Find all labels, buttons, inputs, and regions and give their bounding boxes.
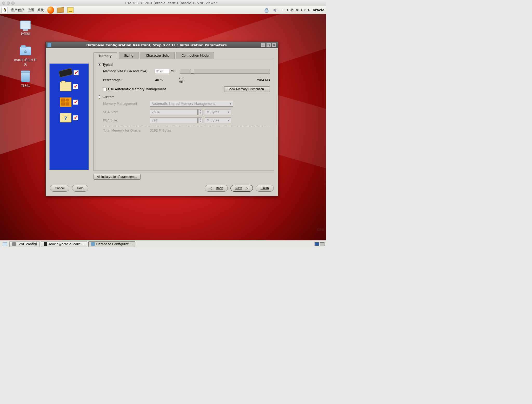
pga-size-label: PGA Size: (103, 119, 150, 122)
memory-management-select: Automatic Shared Memory Management (150, 101, 233, 107)
package-icon[interactable] (57, 7, 64, 14)
dbca-dialog: Database Configuration Assistant, Step 9… (45, 42, 278, 196)
memory-management-label: Memory Management (103, 102, 150, 106)
tab-bar: Memory Sizing Character Sets Connection … (94, 52, 274, 59)
trash-label: 回收站 (15, 84, 36, 88)
chevron-left-icon: ◁ (210, 186, 212, 190)
finish-button[interactable]: Finish (256, 185, 274, 192)
redhat-logo-icon[interactable]: 🐧 (2, 7, 8, 13)
pga-unit-select: M Bytes (205, 118, 231, 123)
taskbar-vnc-config[interactable]: [VNC config] (9, 241, 40, 247)
system-menu[interactable]: 系统 (37, 8, 44, 12)
volume-icon[interactable] (272, 7, 279, 14)
chip-icon (59, 69, 72, 77)
files-icon (60, 82, 71, 91)
pga-spinner: ▲▼ (198, 118, 202, 123)
wizard-side-image (49, 63, 89, 170)
shapes-icon (60, 97, 71, 107)
auto-memory-label: Use Automatic Memory Management (108, 87, 214, 91)
custom-label: Custom (103, 95, 115, 99)
check-icon (74, 70, 79, 75)
firefox-icon[interactable] (47, 7, 54, 14)
clock[interactable]: 二 10月 30 10:16 (282, 8, 310, 12)
custom-radio[interactable] (98, 95, 101, 99)
memory-slider[interactable] (180, 69, 270, 74)
percentage-value: 40 % (155, 78, 170, 82)
notepad-icon[interactable] (67, 7, 74, 14)
question-folder-icon (60, 113, 71, 122)
dialog-title: Database Configuration Assistant, Step 9… (53, 43, 260, 47)
memory-size-label: Memory Size (SGA and PGA): (103, 69, 155, 73)
svg-point-0 (265, 9, 268, 13)
places-menu[interactable]: 位置 (28, 8, 34, 12)
window-icon (12, 242, 16, 246)
taskbar-terminal[interactable]: oracle@oracle-learn:... (41, 241, 87, 247)
sga-size-label: SGA Size: (103, 110, 150, 114)
auto-memory-checkbox[interactable] (103, 88, 107, 91)
slider-max-label: 7984 MB (256, 78, 270, 82)
home-folder-desktop-icon[interactable]: ⌂ oracle 的主文件夹 (12, 45, 38, 67)
mac-close-icon[interactable] (2, 2, 5, 5)
sga-unit-select: M Bytes (205, 109, 231, 115)
mac-minimize-icon[interactable] (7, 2, 10, 5)
percentage-label: Percentage: (103, 78, 155, 82)
slider-min-label: 250 MB (178, 76, 183, 84)
total-memory-label: Total Memory for Oracle: (103, 129, 150, 132)
minimize-button[interactable]: — (261, 43, 265, 47)
sga-size-input: 2394 (150, 109, 198, 115)
gnome-bottom-panel: [VNC config] oracle@oracle-learn:... Dat… (0, 240, 326, 247)
mac-titlebar: 192.168.8.120:1 (oracle-learn:1 (oracle)… (0, 0, 326, 6)
trash-desktop-icon[interactable]: 回收站 (15, 71, 36, 88)
home-label: oracle 的主文件夹 (12, 58, 38, 67)
network-icon[interactable] (263, 7, 270, 14)
applications-menu[interactable]: 应用程序 (11, 8, 24, 12)
pga-size-input: 798 (150, 118, 198, 123)
dialog-footer: Cancel Help ◁ Back Next ▷ Finish (46, 182, 278, 196)
chevron-right-icon: ▷ (246, 186, 248, 190)
dialog-icon (47, 43, 51, 47)
workspace-2[interactable] (320, 242, 324, 246)
workspace-1[interactable] (315, 242, 319, 246)
mac-zoom-icon[interactable] (11, 2, 15, 5)
close-button[interactable]: ✕ (272, 43, 276, 47)
check-icon (73, 100, 78, 105)
help-button[interactable]: Help (72, 185, 88, 192)
check-icon (73, 84, 78, 89)
dbca-icon (91, 242, 95, 246)
window-title: 192.168.8.120:1 (oracle-learn:1 (oracle)… (18, 1, 324, 5)
back-button[interactable]: ◁ Back (205, 185, 228, 192)
tab-connection-mode[interactable]: Connection Mode (176, 52, 214, 59)
computer-label: 计算机 (15, 32, 36, 36)
typical-label: Typical (103, 63, 113, 67)
memory-size-input[interactable] (155, 69, 169, 74)
sga-spinner: ▲▼ (198, 109, 202, 115)
show-desktop-icon[interactable] (2, 241, 8, 247)
all-init-params-button[interactable]: All Initialization Parameters... (94, 174, 141, 180)
total-memory-value: 3192 M Bytes (150, 129, 171, 132)
terminal-icon (44, 242, 47, 246)
tab-memory[interactable]: Memory (94, 52, 117, 59)
maximize-button[interactable]: □ (266, 43, 271, 47)
gnome-top-panel: 🐧 应用程序 位置 系统 二 10月 30 10:16 oracle (0, 6, 326, 14)
check-icon (73, 115, 78, 120)
desktop: 计算机 ⌂ oracle 的主文件夹 回收站 Database Configur… (0, 14, 326, 240)
svg-rect-1 (3, 242, 7, 246)
memory-tab-pane: Typical Memory Size (SGA and PGA): MB Pe… (94, 59, 274, 171)
taskbar-dbca[interactable]: Database Configurati... (88, 241, 135, 247)
slider-thumb-icon[interactable] (191, 69, 194, 74)
watermark: 亿速云 (306, 228, 324, 232)
user-menu[interactable]: oracle (313, 8, 324, 12)
memory-size-unit: MB (171, 69, 176, 73)
typical-radio[interactable] (98, 63, 101, 66)
show-memory-distribution-button[interactable]: Show Memory Distribution... (224, 86, 270, 92)
tab-sizing[interactable]: Sizing (119, 52, 139, 59)
dialog-titlebar[interactable]: Database Configuration Assistant, Step 9… (46, 42, 278, 48)
computer-desktop-icon[interactable]: 计算机 (15, 19, 36, 36)
tab-character-sets[interactable]: Character Sets (141, 52, 175, 59)
cancel-button[interactable]: Cancel (50, 185, 69, 192)
next-button[interactable]: Next ▷ (230, 185, 253, 192)
